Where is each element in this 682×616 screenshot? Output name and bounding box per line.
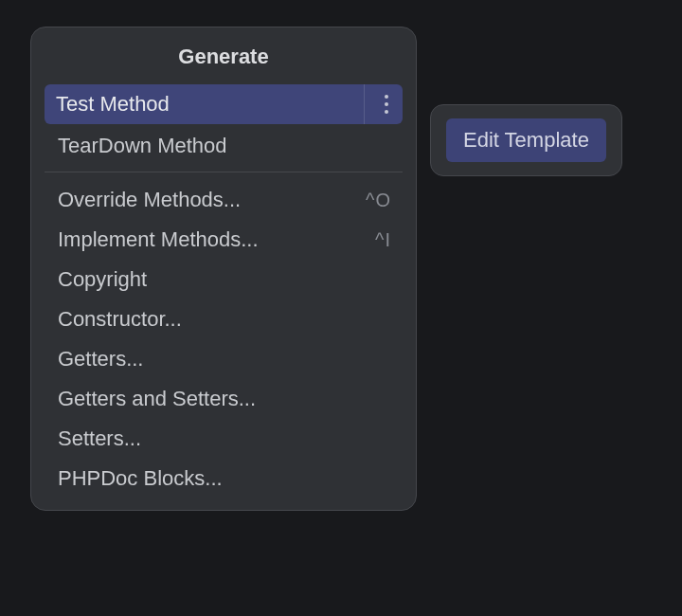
menu-item-label: Implement Methods...	[58, 227, 375, 252]
more-options-button[interactable]	[364, 84, 395, 124]
menu-separator	[45, 172, 403, 172]
menu-item-label: Copyright	[58, 267, 391, 292]
menu-item-override-methods[interactable]: Override Methods... ^O	[39, 180, 408, 220]
keyboard-shortcut: ^I	[375, 229, 391, 251]
menu-item-constructor[interactable]: Constructor...	[39, 299, 408, 339]
menu-item-phpdoc-blocks[interactable]: PHPDoc Blocks...	[39, 459, 408, 498]
menu-item-test-method[interactable]: Test Method	[45, 84, 403, 124]
menu-item-label: TearDown Method	[58, 134, 391, 158]
menu-title: Generate	[31, 27, 416, 84]
menu-item-label: Test Method	[56, 92, 364, 117]
menu-item-getters-setters[interactable]: Getters and Setters...	[39, 379, 408, 419]
menu-item-label: PHPDoc Blocks...	[58, 466, 391, 491]
edit-template-button[interactable]: Edit Template	[446, 118, 606, 162]
menu-item-label: Override Methods...	[58, 188, 366, 212]
menu-item-teardown-method[interactable]: TearDown Method	[39, 126, 408, 166]
keyboard-shortcut: ^O	[366, 190, 391, 211]
menu-item-implement-methods[interactable]: Implement Methods... ^I	[39, 220, 408, 260]
edit-template-tooltip: Edit Template	[430, 104, 622, 176]
menu-item-label: Setters...	[58, 426, 391, 451]
menu-item-getters[interactable]: Getters...	[39, 339, 408, 379]
menu-item-label: Constructor...	[58, 307, 391, 332]
more-vertical-icon	[378, 95, 395, 114]
menu-item-setters[interactable]: Setters...	[39, 419, 408, 459]
generate-menu: Generate Test Method TearDown Method Ove…	[30, 27, 417, 511]
menu-item-label: Getters...	[58, 347, 391, 371]
menu-item-label: Getters and Setters...	[58, 387, 391, 411]
menu-item-copyright[interactable]: Copyright	[39, 260, 408, 299]
